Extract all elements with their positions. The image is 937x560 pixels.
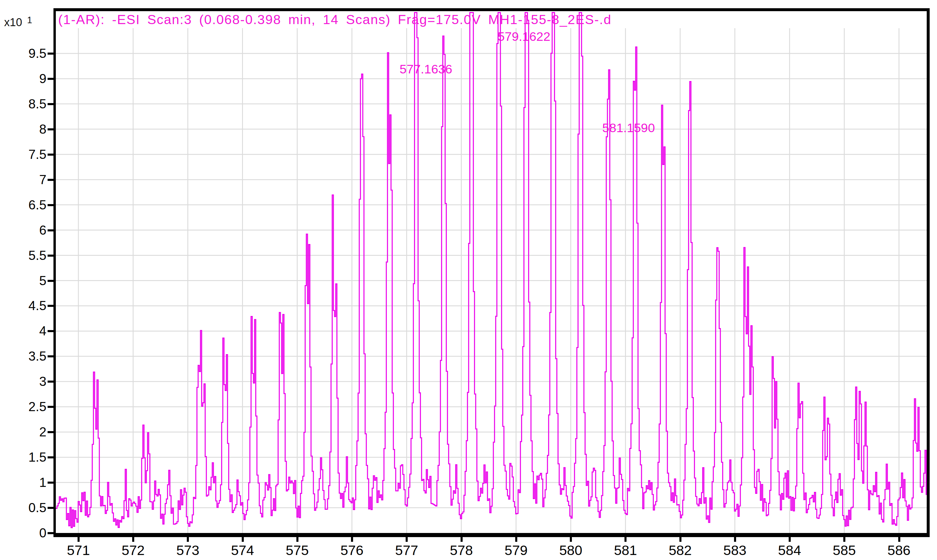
x-axis-tick [898,537,900,542]
x-axis-tick-label: 581 [602,543,649,558]
x-axis-tick-label: 584 [766,543,813,558]
y-axis-tick [48,507,54,509]
y-axis-tick-label: 6 [0,223,46,238]
x-axis-tick [625,537,626,542]
x-axis-tick [187,537,189,542]
peak-mz-label: 581.1590 [602,121,655,134]
x-axis-tick [843,537,845,542]
masshunter-spectrum-window: { "title": "(1-AR): -ESI Scan:3 (0.068-0… [0,0,937,560]
y-axis-tick [48,456,54,458]
y-axis-tick-label: 7.5 [0,147,46,162]
x-axis-tick [460,537,463,542]
y-axis-tick [48,406,54,408]
y-axis-tick-label: 1 [0,475,46,490]
y-axis-tick-label: 2.5 [0,399,46,414]
x-axis-tick-label: 575 [274,543,321,558]
y-axis-tick [48,154,54,155]
x-axis-tick [570,537,572,542]
y-axis-tick [48,381,54,383]
y-axis-tick [48,330,54,332]
y-axis-multiplier-base: x10 [4,16,22,28]
y-axis-tick [48,482,54,484]
x-axis-tick-label: 574 [219,543,266,558]
y-axis-tick-label: 4.5 [0,298,46,313]
y-axis-tick-label: 5.5 [0,248,46,263]
x-axis-tick [296,537,298,542]
x-axis-tick-label: 578 [438,543,485,558]
x-axis-tick [789,537,791,542]
y-axis-tick [48,204,54,206]
x-axis-tick [406,537,408,542]
x-axis-tick-label: 571 [55,543,102,558]
y-axis-tick-label: 3.5 [0,349,46,364]
y-axis-tick-label: 5 [0,273,46,288]
x-axis-tick-label: 582 [657,543,704,558]
y-axis-tick [48,103,54,105]
y-axis-tick-label: 1.5 [0,449,46,465]
y-axis-tick-label: 4 [0,323,46,338]
y-axis-tick [48,305,54,307]
y-axis-multiplier-exponent: 1 [27,15,32,25]
y-axis-tick-label: 0 [0,525,46,541]
y-axis-tick-label: 2 [0,424,46,440]
x-axis-tick-label: 572 [109,543,157,558]
x-axis-tick [679,537,682,542]
x-axis-tick [351,537,353,542]
x-axis-tick [77,537,80,542]
x-axis-tick-label: 579 [492,543,540,558]
x-axis-tick-label: 585 [821,543,868,558]
y-axis-tick [48,255,54,257]
x-axis-tick-label: 580 [547,543,594,558]
y-axis-tick-label: 3 [0,374,46,389]
peak-mz-label: 579.1622 [498,30,550,43]
grid-lines [56,28,927,533]
y-axis-tick-label: 9.5 [0,46,46,61]
x-axis-tick-label: 577 [383,543,430,558]
spectrum-trace [56,12,926,528]
y-axis-tick [48,52,54,55]
y-axis-tick [48,355,54,357]
x-axis-tick-label: 583 [711,543,759,558]
y-axis-tick [48,78,54,80]
x-axis-tick-label: 576 [328,543,375,558]
y-axis-tick [48,128,54,131]
y-axis-tick [48,532,54,534]
y-axis-tick-label: 6.5 [0,197,46,212]
y-axis-tick [48,229,54,231]
grid-line-path [56,28,927,533]
spectrum-plot-area [56,11,927,533]
x-axis-tick [515,537,517,542]
peak-mz-label: 577.1636 [400,62,452,76]
x-axis-tick [132,537,134,542]
y-axis-tick [48,280,54,282]
y-axis-tick-label: 7 [0,172,46,187]
y-axis-tick-label: 8.5 [0,96,46,112]
x-axis-tick-label: 573 [164,543,211,558]
scan-header-title: (1-AR): -ESI Scan:3 (0.068-0.398 min, 14… [58,12,612,27]
y-axis-tick-label: 0.5 [0,500,46,515]
y-axis-tick-label: 8 [0,122,46,137]
x-axis-tick [242,537,244,542]
y-axis-multiplier: x101 [4,17,32,29]
x-axis-tick [734,537,736,542]
x-axis-tick-label: 586 [875,543,923,558]
y-axis-tick [48,431,54,433]
y-axis-tick [48,179,54,181]
y-axis-tick-label: 9 [0,71,46,86]
